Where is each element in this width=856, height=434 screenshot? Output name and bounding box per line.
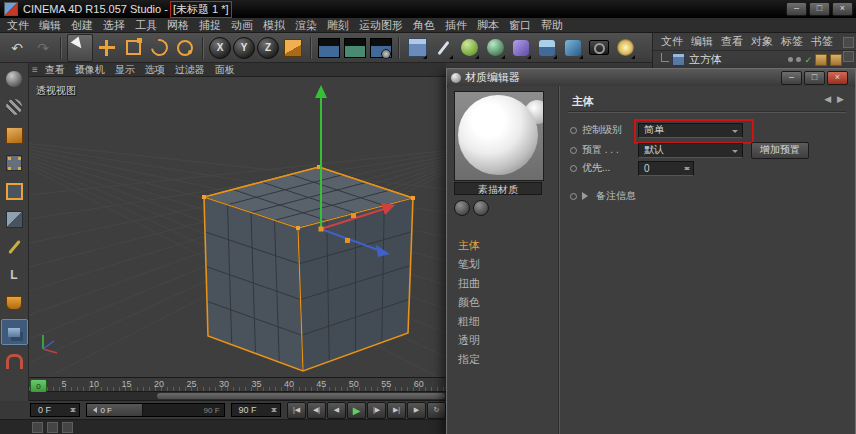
render-view-button[interactable] <box>317 35 341 61</box>
material-tab-3[interactable]: 颜色 <box>448 293 554 312</box>
edge-mode-button[interactable] <box>2 179 27 203</box>
render-picture-viewer-button[interactable] <box>343 35 367 61</box>
current-frame-spinner[interactable]: 0 F <box>30 403 80 417</box>
lock-z-button[interactable]: Z <box>257 37 279 59</box>
material-preview[interactable] <box>454 91 544 181</box>
menu-item-1[interactable]: 编辑 <box>34 18 66 33</box>
next-key-button[interactable]: ▶| <box>387 402 406 419</box>
viewport-menu-3[interactable]: 选项 <box>140 63 170 77</box>
viewport-menu-1[interactable]: 摄像机 <box>70 63 110 77</box>
menu-item-14[interactable]: 脚本 <box>472 18 504 33</box>
add-preset-button[interactable]: 增加预置 <box>751 142 809 159</box>
make-editable-button[interactable] <box>2 67 27 91</box>
preset-dropdown[interactable]: 默认 <box>638 143 743 158</box>
end-frame-spinner[interactable]: 90 F <box>231 403 281 417</box>
viewport-menu-2[interactable]: 显示 <box>110 63 140 77</box>
redo-button[interactable]: ↷ <box>31 35 55 61</box>
model-mode-button[interactable] <box>2 95 27 119</box>
add-mograph-button[interactable] <box>561 35 585 61</box>
workplane-mode-button[interactable]: L <box>2 263 27 287</box>
viewport-menu-icon[interactable]: ≡ <box>32 64 38 75</box>
undo-button[interactable]: ↶ <box>5 35 29 61</box>
preview-type-button[interactable] <box>454 200 470 216</box>
prev-frame-button[interactable]: ◀ <box>327 402 346 419</box>
go-end-button[interactable]: ▶ <box>407 402 426 419</box>
preview-options-button[interactable] <box>473 200 489 216</box>
me-minimize-button[interactable]: – <box>781 71 802 85</box>
me-close-button[interactable]: × <box>827 71 848 85</box>
bottom-toolbar-icon[interactable] <box>62 422 73 433</box>
close-button[interactable]: × <box>832 2 853 16</box>
material-tab-5[interactable]: 透明 <box>448 331 554 350</box>
menu-item-16[interactable]: 帮助 <box>536 18 568 33</box>
viewport-menu-4[interactable]: 过滤器 <box>170 63 210 77</box>
add-instance-button[interactable] <box>483 35 507 61</box>
editor-visibility-dot[interactable] <box>788 57 793 62</box>
om-menu-2[interactable]: 查看 <box>717 34 747 49</box>
om-menu-3[interactable]: 对象 <box>747 34 777 49</box>
menu-item-11[interactable]: 运动图形 <box>354 18 408 33</box>
add-environment-button[interactable] <box>535 35 559 61</box>
nav-forward-button[interactable]: ▶ <box>837 94 844 104</box>
menu-item-10[interactable]: 雕刻 <box>322 18 354 33</box>
timeline-playhead[interactable]: 0 <box>30 379 47 393</box>
me-maximize-button[interactable]: □ <box>804 71 825 85</box>
add-camera-button[interactable] <box>587 35 611 61</box>
layout-dock-icon[interactable] <box>843 51 854 62</box>
enabled-check-icon[interactable]: ✓ <box>804 55 812 65</box>
range-slider-grip[interactable]: 0 F <box>87 404 143 416</box>
add-subdivision-button[interactable] <box>457 35 481 61</box>
menu-item-5[interactable]: 网格 <box>162 18 194 33</box>
material-tab-1[interactable]: 笔划 <box>448 255 554 274</box>
select-tool-button[interactable] <box>67 34 93 62</box>
loop-button[interactable]: ↻ <box>427 402 446 419</box>
menu-item-13[interactable]: 插件 <box>440 18 472 33</box>
menu-item-4[interactable]: 工具 <box>130 18 162 33</box>
material-tab-6[interactable]: 指定 <box>448 350 554 369</box>
viewport-menu-0[interactable]: 查看 <box>40 63 70 77</box>
timeline-ruler[interactable]: 051015202530354045505560 0 <box>29 377 446 392</box>
om-menu-4[interactable]: 标签 <box>777 34 807 49</box>
maximize-button[interactable]: □ <box>809 2 830 16</box>
add-light-button[interactable] <box>613 35 637 61</box>
menu-item-2[interactable]: 创建 <box>66 18 98 33</box>
lock-y-button[interactable]: Y <box>233 37 255 59</box>
render-settings-button[interactable] <box>369 35 393 61</box>
lock-x-button[interactable]: X <box>209 37 231 59</box>
material-name-field[interactable]: 素描材质 <box>454 182 542 195</box>
prev-key-button[interactable]: ◀| <box>307 402 326 419</box>
viewport-menu-5[interactable]: 面板 <box>210 63 240 77</box>
go-start-button[interactable]: |◀ <box>287 402 306 419</box>
rotate-tool-button[interactable] <box>147 35 171 61</box>
phong-tag-icon[interactable] <box>830 54 842 66</box>
menu-item-3[interactable]: 选择 <box>98 18 130 33</box>
last-tool-button[interactable] <box>173 35 197 61</box>
object-row[interactable]: 立方体 ✓ <box>653 51 856 68</box>
viewport[interactable]: ≡ 查看摄像机显示选项过滤器面板 透视视图 <box>29 63 446 377</box>
notes-expander-icon[interactable] <box>582 192 592 200</box>
om-menu-1[interactable]: 编辑 <box>687 34 717 49</box>
polygon-mode-button[interactable] <box>2 207 27 231</box>
menu-item-9[interactable]: 渲染 <box>290 18 322 33</box>
axis-mode-button[interactable] <box>2 235 27 259</box>
frame-range-slider[interactable]: 0 F 90 F <box>86 403 224 417</box>
view-label[interactable]: 透视视图 <box>36 84 76 98</box>
render-visibility-dot[interactable] <box>796 57 801 62</box>
layout-dock-icon[interactable] <box>843 37 854 48</box>
add-cube-button[interactable] <box>405 35 429 61</box>
next-frame-button[interactable]: |▶ <box>367 402 386 419</box>
menu-item-7[interactable]: 动画 <box>226 18 258 33</box>
add-deformer-button[interactable] <box>509 35 533 61</box>
menu-item-6[interactable]: 捕捉 <box>194 18 226 33</box>
material-tab-2[interactable]: 扭曲 <box>448 274 554 293</box>
menu-item-0[interactable]: 文件 <box>2 18 34 33</box>
snap-settings-button[interactable] <box>2 349 27 373</box>
timeline-scrollbar[interactable] <box>29 392 446 401</box>
bottom-toolbar-icon[interactable] <box>47 422 58 433</box>
material-tab-4[interactable]: 粗细 <box>448 312 554 331</box>
timeline-scrollbar-thumb[interactable] <box>157 393 445 399</box>
texture-paint-button[interactable] <box>2 291 27 315</box>
move-tool-button[interactable] <box>95 35 119 61</box>
om-menu-0[interactable]: 文件 <box>657 34 687 49</box>
add-spline-button[interactable] <box>431 35 455 61</box>
